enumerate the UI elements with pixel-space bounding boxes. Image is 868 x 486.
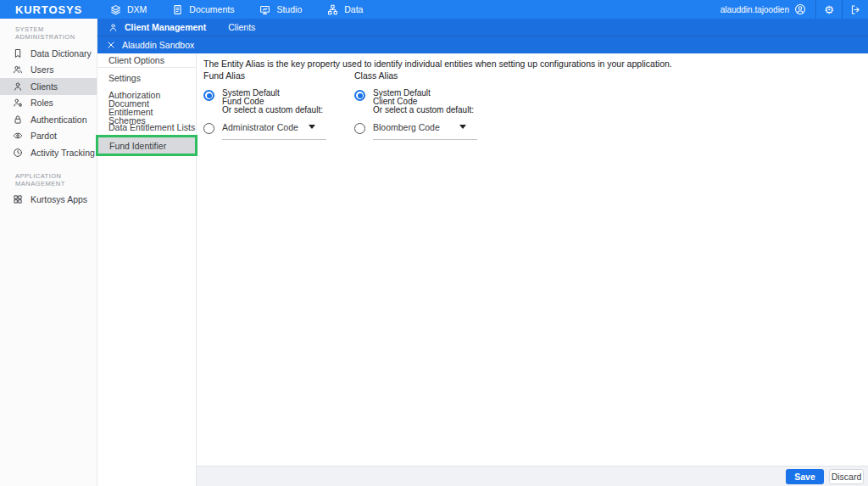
app-shell: SYSTEM ADMINISTRATION Data Dictionary Us… bbox=[0, 19, 868, 486]
nav-item-dxm[interactable]: DXM bbox=[110, 4, 147, 15]
kurtosys-logo[interactable]: KURTOSYS bbox=[15, 3, 93, 16]
admin-sidebar: SYSTEM ADMINISTRATION Data Dictionary Us… bbox=[0, 19, 97, 486]
nav-label: Data bbox=[344, 4, 363, 14]
primary-nav: DXM Documents Studio Data bbox=[110, 4, 363, 15]
alias-columns: Fund Alias System Default Fund Code Or s… bbox=[203, 69, 868, 140]
nav-label: Documents bbox=[189, 4, 234, 14]
class-custom-radio[interactable] bbox=[354, 123, 365, 134]
nav-label: DXM bbox=[127, 4, 147, 14]
nav-label: Studio bbox=[276, 4, 302, 14]
fund-system-default-radio[interactable] bbox=[203, 90, 214, 101]
document-icon bbox=[172, 4, 183, 15]
account-circle-icon bbox=[794, 3, 806, 15]
sidebar-section-header: APPLICATION MANAGEMENT bbox=[0, 161, 97, 192]
fund-custom-option: Administrator Code bbox=[203, 122, 354, 140]
grid-icon bbox=[13, 194, 23, 204]
nav-item-data[interactable]: Data bbox=[327, 4, 363, 15]
layers-icon bbox=[110, 4, 121, 15]
tab-clients[interactable]: Clients bbox=[228, 22, 255, 32]
sidebar-item-authentication[interactable]: Authentication bbox=[0, 111, 97, 128]
option-line: Or select a custom default: bbox=[222, 106, 323, 115]
client-options-menu: Client Options Settings Authorization Do… bbox=[97, 53, 197, 486]
breadcrumb-bar: Client Management Clients bbox=[97, 19, 868, 36]
sidebar-item-label: Clients bbox=[31, 81, 58, 92]
breadcrumb-client-management[interactable]: Client Management bbox=[108, 22, 206, 32]
class-system-default-radio[interactable] bbox=[354, 90, 365, 101]
fund-custom-select[interactable]: Administrator Code bbox=[222, 122, 326, 140]
close-icon bbox=[107, 41, 115, 49]
action-footer: Save Discard bbox=[197, 466, 868, 486]
clock-icon bbox=[13, 148, 23, 158]
class-system-default-labels: System Default Client Code Or select a c… bbox=[373, 89, 474, 115]
menu-item-settings[interactable]: Settings bbox=[97, 69, 196, 87]
class-custom-option: Bloomberg Code bbox=[354, 122, 477, 140]
class-system-default-option: System Default Client Code Or select a c… bbox=[354, 89, 477, 115]
sidebar-item-activity-tracking[interactable]: Activity Tracking bbox=[0, 144, 97, 161]
chevron-down-icon bbox=[309, 125, 315, 129]
person-icon bbox=[108, 23, 118, 32]
fund-alias-label: Fund Alias bbox=[203, 70, 354, 81]
studio-icon bbox=[259, 4, 270, 15]
lock-icon bbox=[13, 115, 23, 125]
sidebar-item-roles[interactable]: Roles bbox=[0, 95, 97, 112]
sidebar-item-kurtosys-apps[interactable]: Kurtosys Apps bbox=[0, 192, 97, 209]
logout-icon bbox=[850, 4, 861, 15]
sidebar-item-label: Pardot bbox=[31, 131, 57, 141]
breadcrumb-section-label: Client Management bbox=[125, 22, 206, 32]
sidebar-section-header: SYSTEM ADMINISTRATION bbox=[0, 19, 97, 45]
right-column: Client Management Clients Alauddin Sandb… bbox=[97, 19, 868, 486]
gear-icon: ⚙ bbox=[824, 4, 834, 15]
fund-custom-radio[interactable] bbox=[203, 123, 214, 134]
role-icon bbox=[13, 98, 23, 108]
class-alias-section: Class Alias System Default Client Code O… bbox=[354, 69, 477, 140]
option-line: Or select a custom default: bbox=[373, 106, 474, 115]
logout-button[interactable] bbox=[843, 0, 868, 19]
discard-button[interactable]: Discard bbox=[829, 469, 864, 484]
sidebar-item-pardot[interactable]: Pardot bbox=[0, 128, 97, 145]
bookmark-icon bbox=[13, 48, 23, 59]
sidebar-item-label: Authentication bbox=[31, 115, 87, 125]
class-alias-label: Class Alias bbox=[354, 70, 477, 81]
user-menu[interactable]: alauddin.tajoodien bbox=[711, 0, 815, 19]
highlight-annotation: Fund Identifier bbox=[96, 135, 198, 156]
client-options-header: Client Options bbox=[97, 53, 196, 68]
class-custom-select[interactable]: Bloomberg Code bbox=[373, 122, 477, 140]
sidebar-item-label: Roles bbox=[31, 98, 53, 108]
app-window: KURTOSYS DXM Documents Studio bbox=[0, 0, 868, 486]
settings-button[interactable]: ⚙ bbox=[816, 0, 842, 19]
class-custom-value: Bloomberg Code bbox=[373, 122, 440, 132]
main-content: The Entity Alias is the key property use… bbox=[197, 53, 868, 486]
sidebar-item-label: Data Dictionary bbox=[31, 48, 92, 59]
top-navigation-bar: KURTOSYS DXM Documents Studio bbox=[0, 0, 868, 19]
menu-item-data-entitlement-lists[interactable]: Data Entitlement Lists bbox=[97, 120, 196, 136]
chevron-down-icon bbox=[459, 125, 466, 129]
entity-alias-description: The Entity Alias is the key property use… bbox=[203, 59, 868, 69]
sidebar-item-label: Users bbox=[31, 64, 53, 75]
sidebar-item-data-dictionary[interactable]: Data Dictionary bbox=[0, 45, 97, 62]
nav-item-studio[interactable]: Studio bbox=[259, 4, 302, 15]
close-sandbox-button[interactable] bbox=[107, 41, 115, 49]
fund-custom-value: Administrator Code bbox=[222, 122, 298, 132]
username: alauddin.tajoodien bbox=[721, 5, 789, 14]
sitemap-icon bbox=[327, 4, 338, 15]
context-bar: Alauddin Sandbox bbox=[97, 36, 868, 53]
topbar-right: alauddin.tajoodien ⚙ bbox=[711, 0, 868, 19]
menu-item-fund-identifier[interactable]: Fund Identifier bbox=[98, 137, 195, 154]
person-icon bbox=[13, 81, 23, 92]
eye-icon bbox=[13, 131, 23, 141]
sidebar-item-label: Kurtosys Apps bbox=[31, 194, 87, 204]
sidebar-item-users[interactable]: Users bbox=[0, 62, 97, 79]
users-icon bbox=[13, 64, 23, 75]
fund-alias-section: Fund Alias System Default Fund Code Or s… bbox=[203, 69, 354, 140]
sandbox-title: Alauddin Sandbox bbox=[122, 40, 194, 50]
menu-item-document-entitlement-schemes[interactable]: Document Entitlement Schemes bbox=[97, 103, 196, 120]
menu-item-label: Document Entitlement Schemes bbox=[108, 99, 187, 125]
workspace: Client Options Settings Authorization Do… bbox=[97, 53, 868, 486]
fund-system-default-labels: System Default Fund Code Or select a cus… bbox=[222, 89, 323, 115]
nav-item-documents[interactable]: Documents bbox=[172, 4, 234, 15]
save-button[interactable]: Save bbox=[786, 469, 824, 484]
sidebar-item-label: Activity Tracking bbox=[31, 148, 95, 158]
fund-system-default-option: System Default Fund Code Or select a cus… bbox=[203, 89, 354, 115]
sidebar-item-clients[interactable]: Clients bbox=[0, 78, 97, 95]
